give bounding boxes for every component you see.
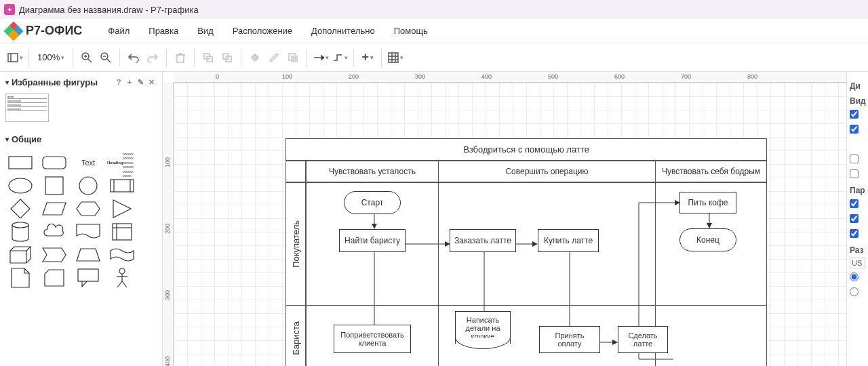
svg-rect-25 bbox=[9, 157, 32, 169]
node-drink[interactable]: Пить кофе bbox=[679, 192, 736, 214]
checkbox-4[interactable] bbox=[850, 169, 859, 178]
add-favorite-icon[interactable]: + bbox=[124, 78, 135, 86]
zoom-select[interactable]: 100%▾ bbox=[33, 52, 68, 62]
node-greet[interactable]: Поприветствовать клиента bbox=[334, 325, 411, 353]
app-logo: Р7-ОФИС bbox=[5, 23, 82, 39]
node-accept[interactable]: Принять оплату bbox=[539, 326, 600, 353]
fill-color-button[interactable] bbox=[245, 48, 264, 67]
shape-rounded-rect[interactable] bbox=[39, 152, 69, 174]
add-button[interactable]: +▾ bbox=[358, 48, 377, 67]
shadow-button[interactable] bbox=[283, 48, 302, 67]
redo-button[interactable] bbox=[143, 48, 162, 67]
node-start[interactable]: Старт bbox=[344, 191, 401, 214]
shape-cube[interactable] bbox=[5, 244, 35, 266]
paper-size[interactable]: US bbox=[850, 258, 865, 268]
checkbox-3[interactable] bbox=[850, 155, 859, 163]
shape-rect[interactable] bbox=[5, 152, 35, 174]
menu-view[interactable]: Вид bbox=[188, 22, 223, 40]
canvas[interactable]: Взбодриться с помощью латте Чувствовать … bbox=[174, 83, 846, 366]
svg-marker-54 bbox=[372, 224, 377, 229]
zoom-out-button[interactable] bbox=[96, 48, 115, 67]
shape-parallelogram[interactable] bbox=[39, 198, 69, 220]
shape-card[interactable] bbox=[39, 267, 69, 289]
menu-arrange[interactable]: Расположение bbox=[223, 22, 302, 40]
toolbar: ▾ 100%▾ ▾ ▾ +▾ ▾ bbox=[0, 43, 868, 72]
swimlane-diagram[interactable]: Взбодриться с помощью латте Чувствовать … bbox=[285, 138, 767, 366]
shape-heading[interactable]: Headingxxxxx xxxxx xxxxxxxxxx xxxxx xxxx bbox=[107, 152, 137, 174]
col-header-1[interactable]: Чувствовать усталость bbox=[307, 161, 439, 182]
shape-step[interactable] bbox=[39, 244, 69, 266]
shape-triangle[interactable] bbox=[107, 198, 137, 220]
shape-square[interactable] bbox=[39, 175, 69, 197]
shape-note[interactable] bbox=[5, 267, 35, 289]
shape-process[interactable] bbox=[107, 175, 137, 197]
svg-line-7 bbox=[107, 59, 111, 62]
svg-marker-69 bbox=[612, 340, 618, 345]
checkbox-6[interactable] bbox=[850, 214, 859, 223]
radio-2[interactable] bbox=[850, 287, 859, 296]
panel-toggle-button[interactable]: ▾ bbox=[5, 48, 24, 67]
shape-circle[interactable] bbox=[73, 175, 103, 197]
shape-hexagon[interactable] bbox=[73, 198, 103, 220]
close-favorite-icon[interactable]: ✕ bbox=[146, 78, 157, 87]
common-header[interactable]: ▾ Общие bbox=[0, 129, 162, 149]
node-find[interactable]: Найти баристу bbox=[339, 229, 406, 252]
diagram-title[interactable]: Взбодриться с помощью латте bbox=[286, 139, 766, 161]
svg-point-29 bbox=[79, 177, 97, 195]
node-order[interactable]: Заказать латте bbox=[450, 229, 516, 252]
menu-edit[interactable]: Правка bbox=[139, 22, 188, 40]
shape-palette: Text Headingxxxxx xxxxx xxxxxxxxxx xxxxx… bbox=[0, 149, 162, 291]
line-color-button[interactable] bbox=[264, 48, 283, 67]
shape-internal-storage[interactable] bbox=[107, 221, 137, 243]
svg-rect-0 bbox=[8, 54, 18, 62]
shape-cloud[interactable] bbox=[39, 221, 69, 243]
menu-file[interactable]: Файл bbox=[98, 22, 139, 40]
checkbox-5[interactable] bbox=[850, 199, 859, 208]
checkbox-7[interactable] bbox=[850, 229, 859, 238]
svg-rect-38 bbox=[113, 224, 132, 240]
row-header-2[interactable]: Бариста bbox=[286, 306, 307, 366]
scratchpad-thumb[interactable]: xxxxxxxxxxxxxxxxxxxxxxxxxxxxxxxxxx bbox=[5, 94, 49, 122]
waypoint-button[interactable]: ▾ bbox=[330, 48, 349, 67]
edit-favorite-icon[interactable]: ✎ bbox=[135, 78, 146, 87]
shape-diamond[interactable] bbox=[5, 198, 35, 220]
zoom-in-button[interactable] bbox=[77, 48, 96, 67]
help-icon[interactable]: ? bbox=[113, 78, 124, 86]
delete-button[interactable] bbox=[171, 48, 190, 67]
menu-help[interactable]: Помощь bbox=[384, 22, 437, 40]
shape-cylinder[interactable] bbox=[5, 221, 35, 243]
to-back-button[interactable] bbox=[218, 48, 237, 67]
shape-actor[interactable] bbox=[107, 267, 137, 289]
node-end[interactable]: Конец bbox=[679, 228, 736, 251]
radio-1[interactable] bbox=[850, 272, 859, 281]
connection-button[interactable]: ▾ bbox=[311, 48, 330, 67]
svg-marker-45 bbox=[12, 268, 29, 287]
row-header-1[interactable]: Покупатель bbox=[286, 183, 307, 305]
shape-text[interactable]: Text bbox=[73, 152, 103, 174]
checkbox-1[interactable] bbox=[850, 110, 859, 119]
node-buy[interactable]: Купить латте bbox=[538, 229, 599, 252]
canvas-area[interactable]: 0 100 200 300 400 500 600 700 800 100 20… bbox=[163, 72, 846, 366]
svg-line-52 bbox=[122, 281, 127, 287]
col-header-2[interactable]: Совершить операцию bbox=[439, 161, 656, 182]
shape-ellipse[interactable] bbox=[5, 175, 35, 197]
undo-button[interactable] bbox=[124, 48, 143, 67]
svg-marker-36 bbox=[113, 200, 131, 218]
shape-document[interactable] bbox=[73, 221, 103, 243]
to-front-button[interactable] bbox=[199, 48, 218, 67]
shape-callout[interactable] bbox=[73, 267, 103, 289]
ruler-vertical: 100 200 300 400 bbox=[163, 83, 174, 366]
checkbox-2[interactable] bbox=[850, 125, 859, 134]
svg-rect-17 bbox=[291, 56, 298, 62]
format-panel: Ди Вид Пар Раз US bbox=[846, 72, 868, 366]
favorites-header[interactable]: ▾ Избранные фигуры ? + ✎ ✕ bbox=[0, 72, 162, 92]
shape-tape[interactable] bbox=[107, 244, 137, 266]
svg-line-3 bbox=[88, 59, 92, 62]
window-title: Диаграмма без названия.draw - Р7-графика bbox=[19, 5, 199, 15]
menu-extras[interactable]: Дополнительно bbox=[302, 22, 384, 40]
col-header-3[interactable]: Чувствовать себя бодрым bbox=[656, 161, 766, 182]
table-button[interactable]: ▾ bbox=[386, 48, 405, 67]
node-write[interactable]: Написать детали на кружке bbox=[455, 311, 511, 344]
shape-trapezoid[interactable] bbox=[73, 244, 103, 266]
chevron-down-icon: ▾ bbox=[5, 136, 9, 143]
